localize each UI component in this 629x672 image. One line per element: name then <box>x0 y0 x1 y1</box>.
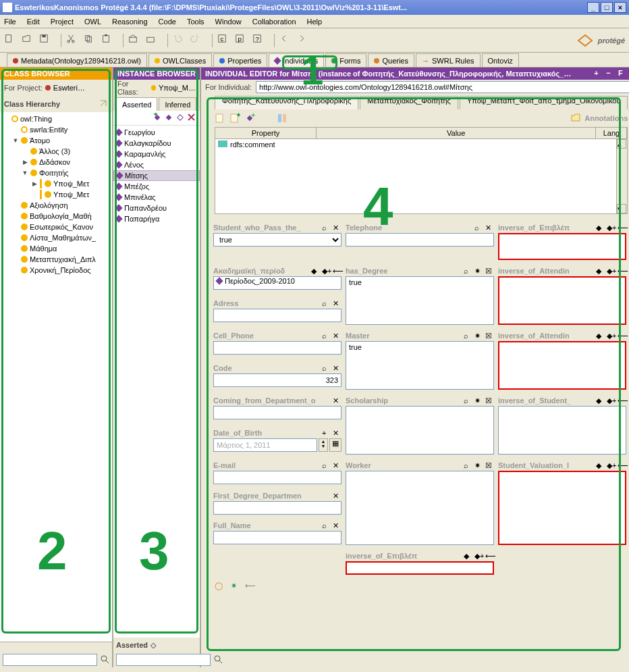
tab-metadata[interactable]: Metadata(Ontology1289416218.owl) <box>7 53 147 67</box>
nav-back-icon[interactable] <box>279 34 293 47</box>
type-tab-3[interactable]: Υποψ_Μεταπτ_Φοιτ_από_τμήμα_Οικονομικού <box>460 96 628 109</box>
individual-uri-input[interactable] <box>256 81 629 93</box>
ref-individual-icon[interactable] <box>175 113 184 123</box>
menu-project[interactable]: Project <box>51 18 74 26</box>
menu-window[interactable]: Window <box>215 18 242 26</box>
remove-icon[interactable]: ⟵ <box>618 396 626 405</box>
inv-epivl1-box[interactable] <box>498 233 626 260</box>
menu-file[interactable]: File <box>4 18 16 26</box>
has-degree-box[interactable]: true <box>346 276 494 325</box>
remove-icon[interactable]: ⟵ <box>618 461 626 470</box>
horizontal-scrollbar[interactable] <box>0 642 112 652</box>
cut-icon[interactable] <box>66 34 80 47</box>
menu-collaboration[interactable]: Collaboration <box>252 18 296 26</box>
tab-owlclasses[interactable]: OWLClasses <box>148 53 212 67</box>
worker-box[interactable] <box>346 471 494 545</box>
bug-icon[interactable]: ✷ <box>474 396 483 405</box>
add-icon[interactable]: + <box>322 429 331 438</box>
delete-icon[interactable]: ☒ <box>485 267 494 276</box>
email-input[interactable] <box>213 471 341 484</box>
remove-icon[interactable]: ⟵ <box>618 224 626 232</box>
add-icon[interactable]: ◆ <box>596 332 605 340</box>
master-box[interactable]: true <box>346 341 494 390</box>
menu-reasoning[interactable]: Reasoning <box>112 18 148 26</box>
new-icon[interactable] <box>4 34 18 47</box>
cell-phone-input[interactable] <box>213 341 341 355</box>
bottom-bug-icon[interactable]: ✷ <box>231 581 237 590</box>
delete-icon[interactable]: ✕ <box>333 332 341 340</box>
tree-node[interactable]: ▼Φοιτητής <box>3 167 109 178</box>
menu-edit[interactable]: Edit <box>27 18 40 26</box>
remove-icon[interactable]: ⟵ <box>618 267 626 276</box>
delete-icon[interactable]: ☒ <box>485 461 494 470</box>
telephone-input[interactable] <box>346 233 494 247</box>
tree-node[interactable]: ▶Υποψ_Μετ <box>3 178 109 189</box>
dob-stepper[interactable]: ▴▾ <box>319 438 328 452</box>
tab-ontoviz[interactable]: Ontoviz <box>482 53 519 67</box>
search-icon[interactable]: ⌕ <box>322 299 331 308</box>
instance-row[interactable]: Καλαγκαρίδου <box>113 138 200 149</box>
tree-node[interactable]: Μεταπτυχιακή_Διπλ <box>3 254 109 265</box>
add2-icon[interactable]: ◆+ <box>322 267 331 276</box>
restrictions-icon[interactable] <box>277 113 288 124</box>
add-icon[interactable]: ◆ <box>596 267 605 276</box>
delete-icon[interactable]: ✕ <box>333 461 341 470</box>
editor-add-button[interactable]: + <box>591 69 601 78</box>
nav-fwd-icon[interactable] <box>297 34 310 47</box>
instance-row[interactable]: Καραμανλής <box>113 149 200 159</box>
delete-icon[interactable]: ✕ <box>333 521 341 530</box>
instance-row[interactable]: Μίτσης <box>113 170 200 181</box>
adress-input[interactable] <box>213 309 341 322</box>
coming-from-input[interactable] <box>213 406 341 419</box>
remove-icon[interactable]: ⟵ <box>618 332 626 340</box>
archive-icon[interactable] <box>128 34 142 47</box>
tab-properties[interactable]: Properties <box>213 53 267 67</box>
search-icon[interactable]: ⌕ <box>322 224 331 232</box>
instance-search-input[interactable] <box>116 654 211 666</box>
search-icon[interactable]: ⌕ <box>464 461 472 470</box>
add-icon[interactable]: ◆ <box>596 396 605 405</box>
tree-node[interactable]: owl:Thing <box>3 113 109 124</box>
tab-queries[interactable]: Queries <box>368 53 414 67</box>
tree-node[interactable]: Λίστα_Μαθημάτων_ <box>3 232 109 243</box>
delete-icon[interactable]: ✕ <box>333 299 341 308</box>
search-icon[interactable]: ⌕ <box>464 332 472 340</box>
bug-icon[interactable]: ✷ <box>474 267 483 276</box>
tab-inferred[interactable]: Inferred <box>159 97 196 111</box>
inv-epivl2-box[interactable] <box>346 561 494 575</box>
copy-icon[interactable] <box>84 34 97 47</box>
delete-individual-icon[interactable] <box>187 113 196 123</box>
delete-icon[interactable]: ✕ <box>485 224 494 232</box>
tab-swrl[interactable]: →SWRL Rules <box>416 53 481 67</box>
search-icon[interactable]: ⌕ <box>322 461 331 470</box>
open-icon[interactable] <box>22 34 35 47</box>
calendar-icon[interactable]: ▦ <box>329 438 341 452</box>
ann-row-property[interactable]: rdfs:comment <box>230 140 275 212</box>
bug-icon[interactable]: ✷ <box>474 461 483 470</box>
archive2-icon[interactable] <box>146 34 159 47</box>
add2-icon[interactable]: ◆+ <box>607 267 616 276</box>
delete-icon[interactable]: ☒ <box>485 332 494 340</box>
inv-student-box[interactable] <box>498 406 626 455</box>
tree-node[interactable]: Βαθμολογία_Μαθή <box>3 211 109 222</box>
instance-row[interactable]: Μπέζος <box>113 181 200 192</box>
add2-icon[interactable]: ◆+ <box>607 396 616 405</box>
menu-help[interactable]: Help <box>307 18 323 26</box>
asserted-toolbar-icon[interactable]: ◇ <box>151 641 156 650</box>
tree-node[interactable]: swrla:Entity <box>3 124 109 135</box>
tree-node[interactable]: Αξιολόγηση <box>3 200 109 211</box>
undo-icon[interactable] <box>173 34 186 47</box>
remove-icon[interactable]: ⟵ <box>485 552 494 561</box>
scholarship-box[interactable] <box>346 406 494 455</box>
search-icon[interactable]: ⌕ <box>322 332 331 340</box>
tab-individuals[interactable]: Individuals <box>269 53 324 67</box>
add-icon[interactable]: ◆ <box>596 224 605 232</box>
delete-icon[interactable]: ✕ <box>333 429 341 438</box>
save-icon[interactable] <box>39 34 53 47</box>
inv-attend2-box[interactable] <box>498 341 626 390</box>
box-t-icon[interactable]: ? <box>252 34 266 47</box>
tree-toolbar-icon[interactable] <box>99 99 108 109</box>
tree-node[interactable]: Άλλος (3) <box>3 146 109 157</box>
add-icon[interactable]: ◆ <box>464 552 472 561</box>
bottom-circle-icon[interactable]: ◯ <box>215 581 223 590</box>
